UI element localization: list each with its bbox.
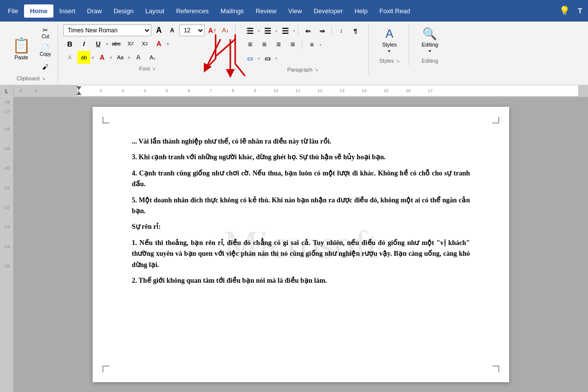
menu-view[interactable]: View <box>282 4 308 18</box>
menu-insert[interactable]: Insert <box>53 4 81 18</box>
font-color-button[interactable]: A <box>96 51 108 64</box>
para-3: 5. Một doanh nhân đích thực không có kẻ … <box>132 195 470 217</box>
align-left-button[interactable]: ≡ <box>244 38 256 51</box>
increase-indent-button[interactable]: ⇒ <box>316 24 328 37</box>
menu-references[interactable]: References <box>170 4 214 18</box>
subscript-button[interactable]: X2 <box>124 37 137 50</box>
para-1: 3. Khi cạnh tranh với những người khác, … <box>132 152 470 163</box>
menu-developer[interactable]: Developer <box>308 4 348 18</box>
grow-font-button[interactable]: A <box>153 24 165 36</box>
clipboard-group: 📋 Paste ✂ Cut 📄 Copy 🖌 Clipboard ↘ <box>4 24 58 83</box>
corner-tl <box>102 117 109 123</box>
font-color-a-button[interactable]: A <box>63 51 76 64</box>
strikethrough-button[interactable]: abc <box>110 37 122 50</box>
font-group: Times New Roman A A 12 A↑ A↓ B I U ▾ a <box>59 24 236 74</box>
font-size-select[interactable]: 12 <box>179 24 205 36</box>
bold-button[interactable]: B <box>63 37 76 50</box>
ruler-corner[interactable]: L <box>0 85 14 97</box>
menu-bar: File Home Insert Draw Design Layout Refe… <box>0 0 588 22</box>
paste-label: Paste <box>14 54 28 60</box>
menu-draw[interactable]: Draw <box>81 4 108 18</box>
char-spacing-button[interactable]: Aᵥ <box>146 51 159 64</box>
show-hide-button[interactable]: ¶ <box>349 24 362 37</box>
text-effects-button[interactable]: A <box>152 37 165 50</box>
clipboard-expand-icon[interactable]: ↘ <box>42 76 46 81</box>
styles-expand-icon[interactable]: ↘ <box>396 58 400 63</box>
clipboard-small-buttons: ✂ Cut 📄 Copy 🖌 <box>37 24 54 74</box>
shrink-font-button[interactable]: A <box>166 24 178 36</box>
center-button[interactable]: ≡ <box>258 38 270 51</box>
menu-review[interactable]: Review <box>250 4 283 18</box>
clipboard-label: Clipboard ↘ <box>8 75 54 81</box>
underline-button[interactable]: U <box>92 37 104 50</box>
para-0: ... Vài lần thành nghiệp như thế, có lẽ … <box>132 136 470 147</box>
italic-button[interactable]: I <box>77 37 90 50</box>
page: Microsoft ... Vài lần thành nghiệp như t… <box>93 107 509 382</box>
paragraph-expand-icon[interactable]: ↘ <box>315 67 318 72</box>
multilevel-button[interactable]: ☰ <box>279 24 292 37</box>
corner-br <box>492 366 499 372</box>
clear-format-button[interactable]: A <box>132 51 145 64</box>
font-label: Font ↘ <box>63 66 231 72</box>
font-expand-icon[interactable]: ↘ <box>152 66 156 71</box>
menu-home[interactable]: Home <box>24 4 53 18</box>
decrease-font-button[interactable]: A↓ <box>220 24 231 36</box>
format-painter-button[interactable]: 🖌 <box>37 60 54 74</box>
editing-button[interactable]: 🔍 Editing ▾ <box>417 24 443 56</box>
ribbon: 📋 Paste ✂ Cut 📄 Copy 🖌 Clipboard ↘ <box>0 22 588 85</box>
menu-help[interactable]: Help <box>348 4 373 18</box>
editing-group: 🔍 Editing ▾ Editing <box>410 24 449 66</box>
copy-button[interactable]: 📄 Copy <box>37 42 54 59</box>
ruler: L -2 -1 1 2 3 4 5 6 7 8 9 10 11 12 13 14… <box>0 85 588 97</box>
corner-tr <box>492 117 499 123</box>
document-scroll[interactable]: Microsoft ... Vài lần thành nghiệp như t… <box>14 97 588 392</box>
para-4: Sự rên rỉ: <box>132 221 470 232</box>
para-2: 4. Cạnh tranh cũng giống như chơi cờ. Nế… <box>132 168 470 190</box>
styles-label-bottom: Styles ↘ <box>374 58 405 64</box>
editing-label: Editing <box>422 42 439 48</box>
align-right-button[interactable]: ≡ <box>272 38 285 51</box>
justify-button[interactable]: ≡ <box>286 38 299 51</box>
menu-foxit[interactable]: Foxit Read <box>373 4 416 18</box>
shading-button[interactable]: ▭ <box>244 52 256 65</box>
styles-button[interactable]: A Styles ▾ <box>378 24 401 56</box>
superscript-button[interactable]: X2 <box>138 37 151 50</box>
menu-file[interactable]: File <box>2 4 24 18</box>
borders-button[interactable]: ▭ <box>261 52 274 65</box>
styles-group: A Styles ▾ Styles ↘ <box>370 24 409 66</box>
paragraph-label: Paragraph ↘ <box>241 67 365 73</box>
line-spacing-button[interactable]: ≡ <box>305 38 318 51</box>
menu-mailings[interactable]: Mailings <box>215 4 250 18</box>
increase-font-button[interactable]: A↑ <box>206 24 218 36</box>
font-name-select[interactable]: Times New Roman <box>63 24 151 36</box>
para-5: 1. Nếu thi thoảng, bạn rên rỉ, điều đó c… <box>132 238 470 270</box>
styles-label: Styles <box>382 42 397 48</box>
para-6: 2. Thế giới không quan tâm tới điều bạn … <box>132 275 470 286</box>
cut-button[interactable]: ✂ Cut <box>37 24 54 41</box>
decrease-indent-button[interactable]: ⇐ <box>301 24 314 37</box>
menu-design[interactable]: Design <box>108 4 139 18</box>
menu-layout[interactable]: Layout <box>139 4 170 18</box>
paste-button[interactable]: 📋 Paste <box>8 24 35 74</box>
vertical-ruler: -16 -17 -18 -19 -20 -21 -22 -23 -24 -25 <box>0 97 14 392</box>
numbering-button[interactable]: ☰ <box>261 24 274 37</box>
change-case-button[interactable]: Aa <box>114 51 126 64</box>
paste-icon: 📋 <box>12 38 30 53</box>
paragraph-group: ☰ ▾ ☰ ▾ ☰ ▾ ⇐ ⇒ ↕ ¶ ≡ ≡ ≡ <box>237 24 369 74</box>
more-menu[interactable]: T <box>574 5 586 17</box>
ruler-main: -2 -1 1 2 3 4 5 6 7 8 9 10 11 12 13 14 1… <box>14 85 588 97</box>
highlight-button[interactable]: ab <box>77 51 90 64</box>
sort-button[interactable]: ↕ <box>335 24 347 37</box>
corner-bl <box>102 366 109 372</box>
page-content[interactable]: ... Vài lần thành nghiệp như thế, có lẽ … <box>132 136 470 286</box>
document-area: -16 -17 -18 -19 -20 -21 -22 -23 -24 -25 … <box>0 97 588 392</box>
editing-label-bottom: Editing <box>414 58 445 64</box>
bullets-button[interactable]: ☰ <box>244 24 256 37</box>
lightbulb-icon[interactable]: 💡 <box>555 3 574 18</box>
